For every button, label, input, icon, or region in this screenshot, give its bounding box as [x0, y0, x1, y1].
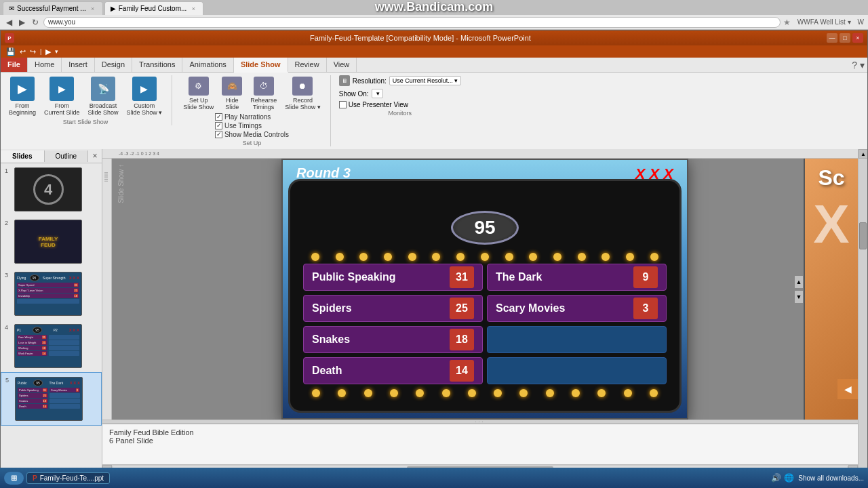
slide-panel-close[interactable]: ×	[88, 149, 102, 163]
url-bar[interactable]: www.you	[43, 17, 781, 28]
taskbar-speaker-icon[interactable]: 🔊	[771, 473, 781, 483]
slide-preview-1: 4	[14, 167, 82, 211]
slide-thumbnail-1[interactable]: 1 4	[1, 163, 102, 216]
answer-score-left-3: 18	[450, 329, 474, 350]
from-beginning-icon: ▶	[10, 77, 35, 101]
show-media-checkbox[interactable]	[215, 131, 222, 138]
slides-tab[interactable]: Slides	[1, 150, 45, 162]
app-main: Slides Outline × 1 4 2 FAMILYFEUD 3	[1, 149, 867, 487]
presenter-view-checkbox[interactable]	[339, 101, 347, 108]
qa-save[interactable]: 💾	[6, 47, 16, 56]
resolution-dropdown[interactable]: Use Current Resolut... ▾	[389, 76, 461, 85]
ppt-maximize-button[interactable]: □	[840, 33, 850, 43]
scroll-down-button[interactable]: ▼	[794, 290, 804, 304]
from-current-button[interactable]: ▶ FromCurrent Slide	[41, 75, 83, 117]
qa-undo[interactable]: ↩	[20, 47, 26, 56]
answer-text-left-3: Snakes	[312, 333, 350, 346]
answer-row-right-3	[487, 326, 667, 353]
light-6	[432, 253, 440, 261]
ruler-top: -4 -3 -2 -1 0 1 2 3 4	[102, 149, 858, 159]
taskbar-ppt-label: Family-Feud-Te....ppt	[40, 474, 104, 482]
light-b6	[442, 389, 450, 397]
ribbon-collapse[interactable]: ▾	[860, 60, 865, 70]
light-5	[408, 253, 416, 261]
qa-dropdown[interactable]: ▾	[55, 48, 58, 55]
ribbon-tab-home[interactable]: Home	[28, 58, 62, 72]
taskbar-ppt-icon: P	[33, 474, 37, 482]
outline-tab[interactable]: Outline	[45, 150, 89, 162]
refresh-button[interactable]: ↻	[30, 17, 41, 28]
round-label: Round 3	[296, 165, 351, 181]
ribbon-tab-insert[interactable]: Insert	[62, 58, 95, 72]
broadcast-button[interactable]: 📡 BroadcastSlide Show	[85, 75, 121, 117]
light-b2	[338, 389, 346, 397]
xxx-markers: X X X	[635, 165, 673, 183]
light-b3	[364, 389, 372, 397]
answer-score-right-1: 9	[633, 266, 658, 288]
ribbon-tab-view[interactable]: View	[327, 58, 357, 72]
light-b11	[572, 389, 580, 397]
setup-slideshow-button[interactable]: ⚙ Set UpSlide Show	[180, 75, 216, 112]
slide-thumbnail-5[interactable]: 5 Public 95 The Dark X X X Public Speaki…	[1, 372, 102, 426]
right-nav-arrow[interactable]: ◀	[837, 379, 858, 399]
resolution-icon: 🖥	[339, 75, 350, 86]
ppt-titlebar: P Family-Feud-Template [Compatibility Mo…	[1, 30, 867, 45]
custom-label: CustomSlide Show ▾	[127, 102, 163, 116]
ribbon-tab-file[interactable]: File	[1, 58, 28, 72]
taskbar-network-icon[interactable]: 🌐	[784, 473, 794, 483]
show-on-chevron: ▾	[376, 90, 380, 97]
browser-tab-payment[interactable]: ✉ Successful Payment ... ×	[3, 1, 103, 15]
slide-thumbnail-2[interactable]: 2 FAMILYFEUD	[1, 216, 102, 268]
slide-scroll-controls: ▲ ▼	[794, 275, 804, 304]
setup-checkboxes: Play Narrations Use Timings Show Media C…	[215, 113, 289, 138]
tab-close[interactable]: ×	[89, 5, 97, 13]
ppt-close-button[interactable]: ×	[852, 33, 863, 43]
scroll-up-button[interactable]: ▲	[794, 275, 804, 289]
record-button[interactable]: ⏺ RecordSlide Show ▾	[282, 75, 323, 112]
bookmark-icon[interactable]: ★	[783, 18, 791, 27]
play-narrations-checkbox[interactable]	[215, 113, 222, 121]
v-scroll-up[interactable]: ▲	[859, 149, 867, 159]
taskbar-ppt-program[interactable]: P Family-Feud-Te....ppt	[26, 472, 110, 484]
browser-tab-feud[interactable]: ▶ Family Feud Custom... ×	[104, 1, 204, 15]
from-current-icon: ▶	[50, 77, 74, 101]
v-scroll-thumb[interactable]	[859, 222, 867, 249]
slide-thumbnail-4[interactable]: 4 P1 95 P2 X X X Gain Weight31 Lose in W…	[1, 320, 102, 372]
ribbon-tab-design[interactable]: Design	[95, 58, 132, 72]
light-b9	[519, 389, 528, 397]
show-on-dropdown[interactable]: ▾	[372, 89, 383, 98]
use-timings-checkbox[interactable]	[215, 122, 222, 129]
qa-play[interactable]: ▶	[45, 47, 51, 56]
light-3	[359, 253, 368, 261]
right-partial-sc: Sc	[818, 165, 844, 190]
right-partial-slide: Sc X ◀	[804, 159, 858, 420]
taskbar-clock: Show all downloads...	[798, 474, 864, 482]
forward-button[interactable]: ▶	[17, 17, 27, 28]
notes-line2: 6 Panel Slide	[109, 436, 851, 445]
ribbon-tab-review[interactable]: Review	[288, 58, 327, 72]
from-beginning-button[interactable]: ▶ FromBeginning	[6, 75, 39, 117]
start-button[interactable]: ⊞	[4, 472, 24, 485]
back-button[interactable]: ◀	[4, 17, 14, 28]
hide-slide-button[interactable]: 🙈 HideSlide	[219, 75, 245, 112]
light-b12	[597, 389, 606, 397]
ribbon-tab-transitions[interactable]: Transitions	[132, 58, 182, 72]
other-label: W	[858, 18, 864, 26]
answer-text-right-2: Scary Movies	[496, 302, 565, 314]
slide-thumbnail-3[interactable]: 3 Flying 95 Super Strength X X X Super S…	[1, 268, 102, 320]
tab-label: Successful Payment ...	[17, 5, 86, 12]
answer-grid: Public Speaking 31 The Dark 9	[303, 264, 667, 384]
ribbon-help[interactable]: ?	[852, 60, 857, 70]
qa-redo[interactable]: ↪	[30, 47, 36, 56]
ribbon-tab-slideshow[interactable]: Slide Show	[234, 58, 288, 73]
ribbon-tab-animations[interactable]: Animations	[182, 58, 233, 72]
light-b13	[624, 389, 632, 397]
presenter-view-label: Use Presenter View	[349, 101, 408, 108]
answer-score-left-4: 14	[450, 360, 474, 382]
rehearse-button[interactable]: ⏱ RehearseTimings	[248, 75, 279, 112]
ppt-minimize-button[interactable]: —	[827, 33, 837, 43]
slide-inner: 95	[293, 184, 677, 408]
from-current-label: FromCurrent Slide	[44, 102, 80, 116]
tab-close-active[interactable]: ×	[189, 5, 197, 13]
custom-slideshow-button[interactable]: ▶ CustomSlide Show ▾	[124, 75, 165, 117]
